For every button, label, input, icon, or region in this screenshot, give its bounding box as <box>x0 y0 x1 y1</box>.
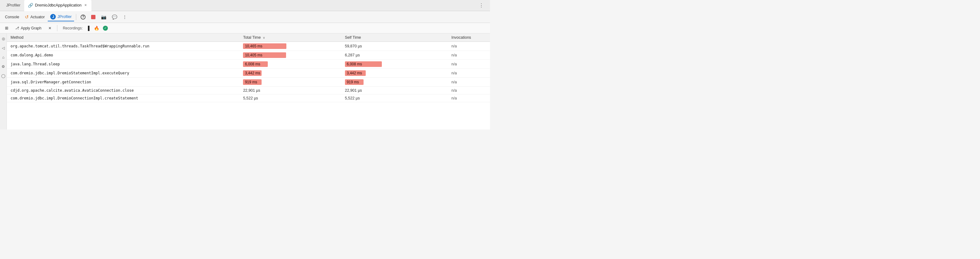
total-time-bar: 10,465 ms <box>243 43 286 49</box>
self-time-cell: 919 ms <box>341 78 448 87</box>
total-time-bar: 919 ms <box>243 79 262 85</box>
jprofiler-base-tab[interactable]: JProfiler <box>3 0 24 11</box>
total-time-column-header[interactable]: Total Time ∨ <box>239 33 341 42</box>
console-label: Console <box>5 15 19 19</box>
method-cell: com.dremio.jdbc.impl.DremioStatementImpl… <box>7 69 239 78</box>
method-cell: org.apache.tomcat.util.threads.TaskThrea… <box>7 42 239 51</box>
method-cell: com.dremio.jdbc.impl.DremioConnectionImp… <box>7 94 239 102</box>
chat-icon: 💬 <box>112 14 117 19</box>
total-time-cell: 5,522 µs <box>239 94 341 102</box>
profiler-table-area: Method Total Time ∨ Self Time Invocation… <box>7 33 490 129</box>
close-tab-button[interactable]: ✕ <box>83 3 88 8</box>
sidebar-icon-5[interactable]: ◯ <box>1 73 6 79</box>
graph-icon: ⎇ <box>15 26 19 30</box>
jprofiler-tab-label: JProfiler <box>6 3 21 8</box>
self-time-cell: 59,870 µs <box>341 42 448 51</box>
total-time-cell: 10,405 ms <box>239 51 341 60</box>
sub-toolbar: ⊞ ⎇ Apply Graph ✕ Recordings: ▐ 🔥 ✓ <box>0 23 490 33</box>
layout-icon: ⊞ <box>5 26 8 30</box>
toolbar-more-button[interactable]: ⋮ <box>120 13 129 21</box>
sidebar-icon-2[interactable]: ◁ <box>1 45 6 51</box>
sub-toolbar-separator <box>57 25 57 31</box>
more-icon: ⋮ <box>123 14 127 19</box>
self-time-bar: 6,008 ms <box>345 61 382 67</box>
layout-toggle-button[interactable]: ⊞ <box>3 25 11 31</box>
info-button[interactable]: ? <box>78 13 88 21</box>
stop-button[interactable] <box>89 13 98 21</box>
sidebar-icon-1[interactable]: ◎ <box>1 36 6 41</box>
recordings-label: Recordings: <box>63 26 83 30</box>
table-row: java.lang.Thread.sleep6,008 ms6,008 msn/… <box>7 60 490 69</box>
table-row: com.dalong.Api.demo10,405 ms6,287 µsn/a <box>7 51 490 60</box>
invocations-column-header[interactable]: Invocations <box>448 33 490 42</box>
sidebar-icon-3[interactable]: ⌂ <box>1 54 6 60</box>
invocations-cell: n/a <box>448 60 490 69</box>
table-row: com.dremio.jdbc.impl.DremioConnectionImp… <box>7 94 490 102</box>
self-time-cell: 5,522 µs <box>341 94 448 102</box>
self-time-bar: 3,442 ms <box>345 70 366 76</box>
total-time-cell: 919 ms <box>239 78 341 87</box>
close-apply-graph-button[interactable]: ✕ <box>46 25 54 31</box>
recording-icon-3[interactable]: ✓ <box>102 25 109 32</box>
dremiojdbc-tab[interactable]: 🔗 DremioJdbcAppApplication ✕ <box>24 0 91 11</box>
close-icon: ✕ <box>48 26 51 30</box>
method-column-header[interactable]: Method <box>7 33 239 42</box>
method-cell: com.dalong.Api.demo <box>7 51 239 60</box>
title-more-button[interactable]: ⋮ <box>477 3 485 8</box>
method-cell: cdjd.org.apache.calcite.avatica.AvaticaC… <box>7 87 239 94</box>
total-time-cell: 3,442 ms <box>239 69 341 78</box>
invocations-cell: n/a <box>448 42 490 51</box>
self-time-column-header[interactable]: Self Time <box>341 33 448 42</box>
table-row: cdjd.org.apache.calcite.avatica.AvaticaC… <box>7 87 490 94</box>
title-bar: JProfiler 🔗 DremioJdbcAppApplication ✕ ⋮ <box>0 0 490 11</box>
self-time-cell: 22,901 µs <box>341 87 448 94</box>
chat-button[interactable]: 💬 <box>110 13 119 21</box>
camera-icon: 📷 <box>101 14 106 19</box>
actuator-label: Actuator <box>30 15 45 19</box>
total-time-bar: 10,405 ms <box>243 52 286 58</box>
self-time-cell: 6,008 ms <box>341 60 448 69</box>
total-time-cell: 6,008 ms <box>239 60 341 69</box>
total-time-bar: 3,442 ms <box>243 70 262 76</box>
total-time-cell: 10,465 ms <box>239 42 341 51</box>
table-row: org.apache.tomcat.util.threads.TaskThrea… <box>7 42 490 51</box>
apply-graph-label: Apply Graph <box>21 26 41 30</box>
console-tab[interactable]: Console <box>3 13 22 21</box>
info-icon: ? <box>81 14 86 19</box>
apply-graph-button[interactable]: ⎇ Apply Graph <box>13 25 44 31</box>
jprofiler-label: JProfiler <box>57 14 72 19</box>
method-cell: java.lang.Thread.sleep <box>7 60 239 69</box>
check-icon: ✓ <box>103 26 108 31</box>
self-time-cell: 6,287 µs <box>341 51 448 60</box>
left-sidebar: ◎ ◁ ⌂ ⚙ ◯ <box>0 33 7 129</box>
invocations-cell: n/a <box>448 87 490 94</box>
main-content: ◎ ◁ ⌂ ⚙ ◯ Method Total Time ∨ Self Time <box>0 33 490 129</box>
dremiojdbc-tab-label: DremioJdbcAppApplication <box>35 3 81 8</box>
jprofiler-icon: J <box>50 14 56 19</box>
self-time-cell: 3,442 ms <box>341 69 448 78</box>
total-time-cell: 22,901 µs <box>239 87 341 94</box>
sidebar-icon-4[interactable]: ⚙ <box>1 64 6 69</box>
method-cell: java.sql.DriverManager.getConnection <box>7 78 239 87</box>
invocations-cell: n/a <box>448 69 490 78</box>
actuator-icon: ↺ <box>25 14 29 20</box>
table-row: com.dremio.jdbc.impl.DremioStatementImpl… <box>7 69 490 78</box>
invocations-cell: n/a <box>448 51 490 60</box>
table-row: java.sql.DriverManager.getConnection919 … <box>7 78 490 87</box>
recording-icon-2[interactable]: 🔥 <box>93 25 100 32</box>
camera-button[interactable]: 📷 <box>99 13 109 21</box>
sort-desc-icon: ∨ <box>263 36 265 39</box>
recording-icon-1[interactable]: ▐ <box>84 25 91 32</box>
profiler-table: Method Total Time ∨ Self Time Invocation… <box>7 33 490 102</box>
invocations-cell: n/a <box>448 94 490 102</box>
jprofiler-tab-btn[interactable]: J JProfiler <box>48 13 74 21</box>
actuator-tab[interactable]: ↺ Actuator <box>22 13 48 21</box>
total-time-bar: 6,008 ms <box>243 61 268 67</box>
self-time-bar: 919 ms <box>345 79 364 85</box>
title-bar-right: ⋮ <box>477 3 487 8</box>
main-toolbar: Console ↺ Actuator J JProfiler ? 📷 💬 ⋮ <box>0 11 490 23</box>
invocations-cell: n/a <box>448 78 490 87</box>
stop-icon <box>91 15 95 19</box>
